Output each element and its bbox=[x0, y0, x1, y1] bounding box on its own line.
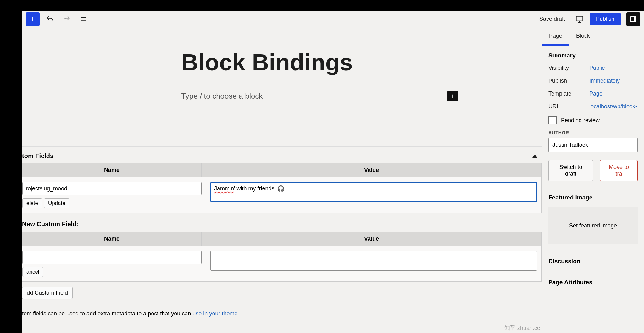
panel-collapse-toggle[interactable] bbox=[532, 155, 537, 158]
plus-icon bbox=[450, 93, 456, 99]
document-overview-button[interactable] bbox=[77, 12, 91, 26]
custom-fields-title: tom Fields bbox=[22, 152, 53, 160]
new-field-value-textarea[interactable] bbox=[210, 251, 537, 271]
undo-icon bbox=[46, 15, 54, 23]
theme-docs-link[interactable]: use in your theme bbox=[192, 310, 237, 317]
watermark: 知乎 zhuan.cc bbox=[504, 324, 540, 332]
settings-sidebar: Page Block Summary Visibility Public Pub… bbox=[542, 27, 644, 333]
custom-field-row: elete Update Jammin' with my friends. 🎧 bbox=[22, 177, 541, 213]
redo-button[interactable] bbox=[60, 12, 74, 26]
cancel-new-field-button[interactable]: ancel bbox=[22, 267, 43, 277]
switch-to-draft-button[interactable]: Switch to draft bbox=[548, 160, 593, 181]
page-attributes-section[interactable]: Page Attributes bbox=[542, 272, 644, 293]
move-to-trash-button[interactable]: Move to tra bbox=[600, 160, 638, 181]
delete-field-button[interactable]: elete bbox=[22, 198, 42, 208]
pending-review-label: Pending review bbox=[561, 117, 600, 124]
visibility-label: Visibility bbox=[548, 65, 589, 71]
publish-button[interactable]: Publish bbox=[590, 13, 621, 25]
summary-title: Summary bbox=[548, 52, 638, 59]
save-draft-button[interactable]: Save draft bbox=[535, 13, 569, 25]
redo-icon bbox=[63, 15, 71, 23]
featured-image-title: Featured image bbox=[548, 194, 638, 201]
post-title[interactable]: Block Bindings bbox=[181, 49, 458, 76]
undo-button[interactable] bbox=[43, 12, 57, 26]
insert-block-button[interactable] bbox=[26, 12, 40, 26]
publish-value[interactable]: Immediately bbox=[589, 78, 620, 84]
featured-image-section: Featured image Set featured image bbox=[542, 188, 644, 251]
settings-toggle-button[interactable] bbox=[626, 12, 640, 26]
column-header-value: Value bbox=[202, 163, 541, 177]
plus-icon bbox=[29, 16, 36, 23]
custom-fields-help-text: tom fields can be used to add extra meta… bbox=[22, 310, 542, 317]
preview-button[interactable] bbox=[573, 12, 586, 26]
sidebar-icon bbox=[630, 15, 637, 23]
custom-fields-table: Name Value elete Update Jammin' with bbox=[22, 163, 542, 213]
top-toolbar: Save draft Publish bbox=[22, 11, 644, 27]
svg-rect-0 bbox=[576, 16, 583, 21]
new-field-name-input[interactable] bbox=[22, 251, 202, 264]
visibility-value[interactable]: Public bbox=[589, 65, 605, 71]
column-header-name: Name bbox=[22, 163, 202, 177]
add-new-field-heading: New Custom Field: bbox=[22, 221, 542, 228]
publish-label: Publish bbox=[548, 78, 589, 84]
pending-review-checkbox[interactable] bbox=[548, 116, 557, 124]
template-label: Template bbox=[548, 90, 589, 97]
set-featured-image-button[interactable]: Set featured image bbox=[548, 207, 638, 244]
template-value[interactable]: Page bbox=[589, 90, 602, 97]
block-placeholder[interactable]: Type / to choose a block bbox=[181, 90, 444, 102]
discussion-section[interactable]: Discussion bbox=[542, 251, 644, 272]
custom-field-name-input[interactable] bbox=[22, 182, 202, 195]
list-icon bbox=[80, 15, 88, 23]
svg-rect-2 bbox=[634, 17, 636, 22]
sidebar-tabs: Page Block bbox=[542, 27, 644, 46]
column-header-name: Name bbox=[22, 232, 202, 246]
new-custom-field-table: Name Value ancel bbox=[22, 232, 542, 282]
author-select[interactable]: Justin Tadlock bbox=[548, 138, 638, 152]
inline-add-block-button[interactable] bbox=[447, 91, 458, 101]
custom-field-value-textarea[interactable]: Jammin' with my friends. 🎧 bbox=[210, 182, 537, 202]
summary-section: Summary Visibility Public Publish Immedi… bbox=[542, 46, 644, 188]
url-label: URL bbox=[548, 103, 589, 110]
editor-area: Block Bindings Type / to choose a block … bbox=[22, 27, 542, 333]
column-header-value: Value bbox=[202, 232, 541, 246]
tab-page[interactable]: Page bbox=[542, 27, 569, 46]
desktop-icon bbox=[575, 15, 584, 24]
url-value[interactable]: localhost/wp/block- bbox=[589, 103, 637, 110]
author-label: AUTHOR bbox=[548, 130, 638, 135]
custom-fields-panel: tom Fields Name Value elete Update bbox=[22, 147, 542, 317]
update-field-button[interactable]: Update bbox=[44, 198, 69, 208]
tab-block[interactable]: Block bbox=[569, 27, 597, 46]
add-custom-field-button[interactable]: dd Custom Field bbox=[22, 287, 73, 299]
